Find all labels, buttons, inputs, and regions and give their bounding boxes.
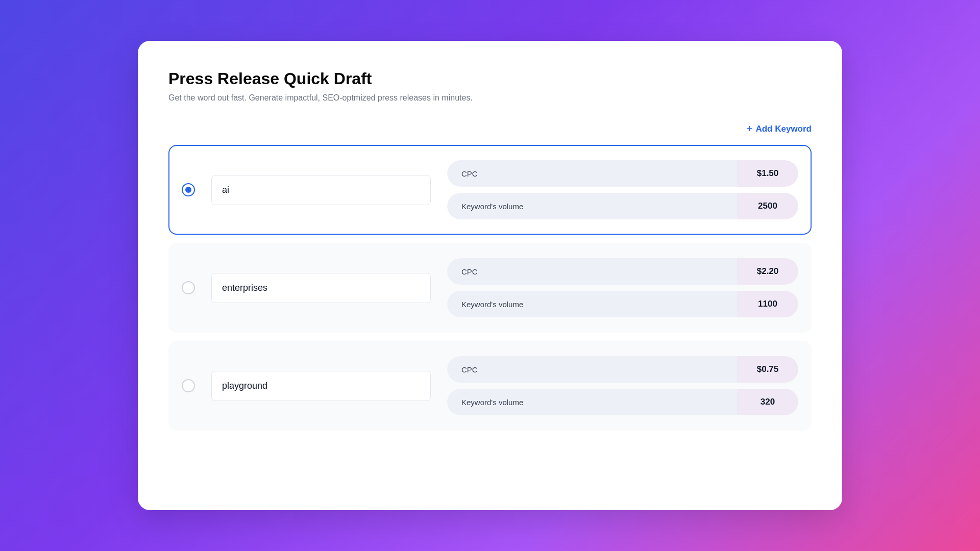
cpc-value-2: $2.20 — [737, 258, 798, 285]
keyword-input-3[interactable] — [211, 371, 431, 401]
keyword-input-2[interactable] — [211, 273, 431, 303]
keyword-stats-1: CPC $1.50 Keyword's volume 2500 — [447, 160, 798, 219]
cpc-row-2: CPC $2.20 — [447, 258, 798, 285]
keyword-stats-2: CPC $2.20 Keyword's volume 1100 — [447, 258, 798, 317]
volume-value-1: 2500 — [737, 193, 798, 219]
volume-row-3: Keyword's volume 320 — [447, 389, 798, 415]
volume-row-1: Keyword's volume 2500 — [447, 193, 798, 219]
page-subtitle: Get the word out fast. Generate impactfu… — [168, 93, 812, 103]
volume-value-2: 1100 — [737, 291, 798, 317]
volume-label-2: Keyword's volume — [447, 291, 737, 317]
radio-kw1[interactable] — [182, 183, 195, 196]
radio-kw2[interactable] — [182, 281, 195, 294]
cpc-value-1: $1.50 — [737, 160, 798, 187]
plus-icon: + — [747, 123, 753, 135]
cpc-value-3: $0.75 — [737, 356, 798, 383]
volume-label-1: Keyword's volume — [447, 193, 737, 219]
radio-kw3[interactable] — [182, 379, 195, 392]
keyword-input-1[interactable] — [211, 175, 431, 205]
keyword-row-1: CPC $1.50 Keyword's volume 2500 — [168, 145, 812, 235]
cpc-row-3: CPC $0.75 — [447, 356, 798, 383]
keyword-row-3: CPC $0.75 Keyword's volume 320 — [168, 341, 812, 431]
volume-row-2: Keyword's volume 1100 — [447, 291, 798, 317]
main-card: Press Release Quick Draft Get the word o… — [138, 41, 842, 510]
keyword-row-2: CPC $2.20 Keyword's volume 1100 — [168, 243, 812, 333]
cpc-row-1: CPC $1.50 — [447, 160, 798, 187]
volume-label-3: Keyword's volume — [447, 389, 737, 415]
cpc-label-1: CPC — [447, 160, 737, 187]
volume-value-3: 320 — [737, 389, 798, 415]
page-title: Press Release Quick Draft — [168, 69, 812, 88]
add-keyword-label: Add Keyword — [755, 124, 812, 134]
add-keyword-row: + Add Keyword — [168, 123, 812, 135]
add-keyword-button[interactable]: + Add Keyword — [747, 123, 812, 135]
cpc-label-2: CPC — [447, 258, 737, 285]
keyword-stats-3: CPC $0.75 Keyword's volume 320 — [447, 356, 798, 415]
cpc-label-3: CPC — [447, 356, 737, 383]
